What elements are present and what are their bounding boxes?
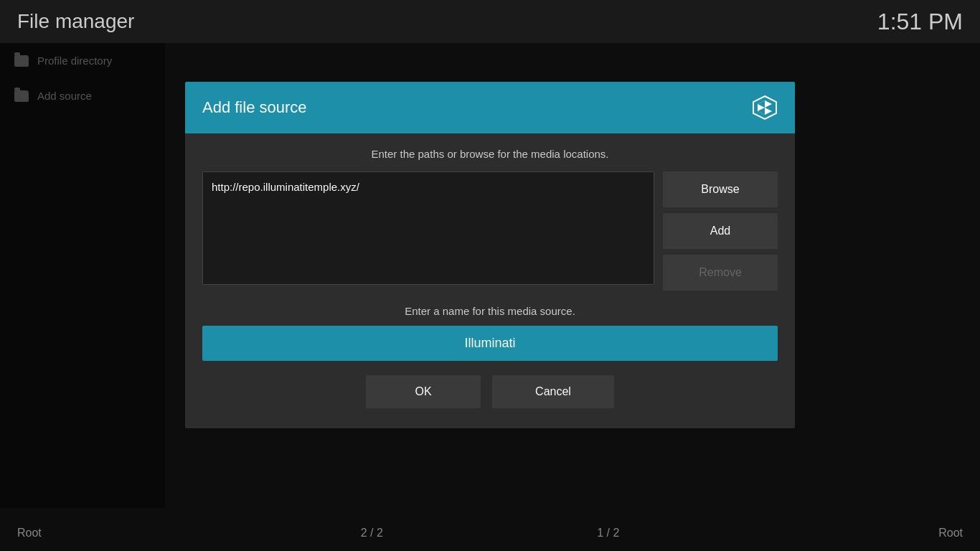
clock: 1:51 PM xyxy=(877,9,963,35)
bottom-center-right-label: 1 / 2 xyxy=(490,527,727,540)
browse-button[interactable]: Browse xyxy=(663,171,778,207)
bottom-bar: Root 2 / 2 1 / 2 Root xyxy=(0,515,980,551)
dialog-header: Add file source xyxy=(185,82,795,133)
path-buttons: Browse Add Remove xyxy=(663,171,778,291)
add-button[interactable]: Add xyxy=(663,213,778,249)
path-section: Browse Add Remove xyxy=(202,171,778,291)
app-title: File manager xyxy=(17,10,134,33)
kodi-logo-icon xyxy=(752,95,778,121)
name-instruction: Enter a name for this media source. xyxy=(202,305,778,317)
top-bar: File manager 1:51 PM xyxy=(0,0,980,43)
remove-button[interactable]: Remove xyxy=(663,255,778,291)
cancel-button[interactable]: Cancel xyxy=(492,375,614,408)
bottom-center-left-label: 2 / 2 xyxy=(254,527,491,540)
dialog-body: Enter the paths or browse for the media … xyxy=(185,133,795,428)
ok-button[interactable]: OK xyxy=(366,375,481,408)
bottom-left-label: Root xyxy=(17,527,254,540)
path-input[interactable] xyxy=(202,171,654,285)
media-source-name-input[interactable] xyxy=(202,326,778,361)
dialog-footer: OK Cancel xyxy=(202,375,778,414)
dialog-title: Add file source xyxy=(202,98,307,117)
path-instruction: Enter the paths or browse for the media … xyxy=(202,148,778,160)
bottom-right-label: Root xyxy=(727,527,963,540)
add-file-source-dialog: Add file source Enter the paths or brows… xyxy=(185,82,795,428)
